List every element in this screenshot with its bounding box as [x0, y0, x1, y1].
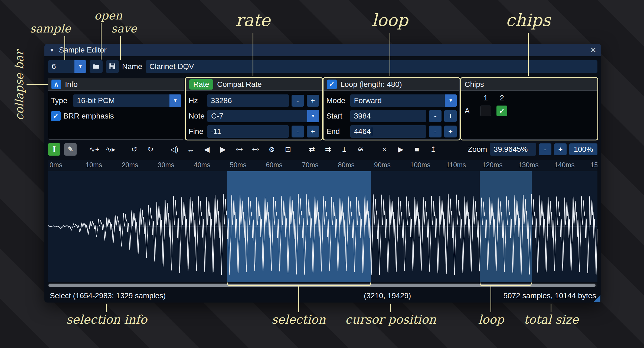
name-input[interactable]: Clarinet DQV: [146, 60, 597, 73]
chip-checkbox-checked[interactable]: ✓: [496, 106, 507, 116]
delete-button[interactable]: ⊗: [266, 143, 278, 156]
draw-mode-button[interactable]: ✎: [64, 143, 77, 156]
header-row: 6 ▼ Name Clarinet DQV: [48, 60, 597, 73]
ruler-tick: 140ms: [554, 161, 575, 169]
waveform-display[interactable]: [48, 171, 597, 282]
hz-plus-button[interactable]: +: [307, 95, 319, 107]
zoom-out-button[interactable]: -: [539, 143, 551, 155]
ruler-tick: 70ms: [302, 161, 318, 169]
ruler-tick: 50ms: [230, 161, 246, 169]
loop-end-input[interactable]: 4464: [350, 125, 427, 138]
chip-checkbox-unchecked[interactable]: [480, 106, 491, 116]
annotation-chips: chips: [506, 11, 551, 29]
resize-button[interactable]: ∿+: [88, 143, 100, 156]
chip-column-header: 1: [480, 94, 491, 102]
window-collapse-icon[interactable]: ▼: [49, 47, 55, 53]
hz-label: Hz: [189, 96, 204, 105]
select-mode-button[interactable]: I: [48, 143, 60, 156]
fine-minus-button[interactable]: -: [292, 126, 304, 137]
chips-panel-title: Chips: [465, 80, 484, 89]
loop-end-plus-button[interactable]: +: [444, 126, 457, 137]
annotation-line-cursor: [390, 304, 391, 312]
save-button[interactable]: [106, 60, 119, 73]
collapse-panel-button[interactable]: ∧: [51, 80, 61, 89]
fine-plus-button[interactable]: +: [307, 126, 319, 137]
waveform-scrollbar[interactable]: [48, 283, 597, 287]
sign-button[interactable]: ±: [338, 143, 351, 156]
loop-end-minus-button[interactable]: -: [429, 126, 442, 137]
text-caret: [372, 127, 372, 136]
note-dropdown[interactable]: C-7 ▼: [207, 110, 319, 122]
chip-column-header: 2: [496, 94, 507, 102]
chips-grid: 12 A✓: [461, 91, 597, 139]
title-bar: ▼ Sample Editor ×: [44, 44, 601, 56]
resample-button[interactable]: ∿▸: [104, 143, 117, 156]
hz-input[interactable]: 33286: [207, 94, 289, 107]
mode-label: Mode: [326, 96, 348, 105]
upload-button[interactable]: ↥: [427, 143, 439, 156]
rate-button[interactable]: Rate: [189, 79, 213, 90]
loop-panel-header: ✓ Loop (length: 480): [324, 78, 460, 91]
sample-editor-window: ▼ Sample Editor × 6 ▼ Name Clarinet DQV: [44, 44, 601, 303]
hz-minus-button[interactable]: -: [292, 95, 304, 107]
insert-silence-button[interactable]: ⊶: [233, 143, 246, 156]
loop-end-label: End: [326, 127, 348, 136]
redo-button[interactable]: ↻: [144, 143, 157, 156]
chevron-down-icon: ▼: [169, 94, 181, 107]
normalize-button[interactable]: ↔: [184, 143, 197, 156]
stop-preview-button[interactable]: ■: [411, 143, 423, 156]
chevron-down-icon[interactable]: ▼: [74, 60, 86, 73]
brr-emphasis-checkbox[interactable]: ✓: [51, 111, 61, 121]
hz-value: 33286: [211, 96, 232, 105]
fade-out-button[interactable]: ▶: [217, 143, 229, 156]
preview-button[interactable]: ▶: [394, 143, 407, 156]
loop-start-plus-button[interactable]: +: [444, 110, 457, 122]
crossfade-button[interactable]: ×: [378, 143, 391, 156]
open-button[interactable]: [90, 60, 103, 73]
loop-panel: ✓ Loop (length: 480) Mode Forward ▼ Star…: [323, 78, 460, 140]
annotation-loop-bottom: loop: [478, 313, 504, 326]
reverse-button[interactable]: ⇄: [306, 143, 318, 156]
status-selection-info: Select (1654-2983: 1329 samples): [50, 291, 166, 300]
ruler-tick: 40ms: [194, 161, 210, 169]
fine-label: Fine: [189, 127, 204, 136]
zoom-value: 39.9645%: [493, 145, 528, 154]
zoom-in-button[interactable]: +: [554, 143, 567, 155]
fine-input[interactable]: -11: [207, 125, 289, 138]
zoom-reset-button[interactable]: 100%: [569, 143, 597, 155]
apply-silence-button[interactable]: ⊷: [249, 143, 262, 156]
loop-start-input[interactable]: 3984: [350, 110, 427, 122]
fine-value: -11: [211, 127, 221, 136]
rate-panel: Rate Compat Rate Hz 33286 - + Note: [186, 78, 322, 140]
ruler-tick: 0ms: [50, 161, 62, 169]
info-panel-header: ∧ Info: [48, 78, 184, 91]
undo-button[interactable]: ↺: [128, 143, 140, 156]
invert-button[interactable]: ⇉: [322, 143, 334, 156]
annotation-selection: selection: [272, 313, 326, 326]
filter-button[interactable]: ≋: [354, 143, 367, 156]
resize-grip[interactable]: [593, 295, 600, 302]
trim-button[interactable]: ⊡: [282, 143, 294, 156]
close-icon[interactable]: ×: [590, 45, 596, 55]
loop-start-minus-button[interactable]: -: [429, 110, 442, 122]
type-dropdown[interactable]: 16-bit PCM ▼: [73, 94, 181, 107]
chips-panel: Chips 12 A✓: [461, 78, 597, 140]
loop-start-label: Start: [326, 112, 348, 120]
loop-checkbox[interactable]: ✓: [327, 80, 337, 89]
window-title: Sample Editor: [59, 46, 107, 54]
chevron-down-icon: ▼: [307, 110, 319, 122]
status-bar: Select (1654-2983: 1329 samples) (3210, …: [44, 288, 601, 303]
rate-panel-title: Compat Rate: [217, 80, 262, 89]
folder-icon: [92, 62, 100, 71]
sample-selector[interactable]: 6 ▼: [48, 60, 86, 73]
annotation-collapse-bar: collapse bar: [14, 50, 25, 120]
fade-in-button[interactable]: ◀: [201, 143, 213, 156]
info-panel: ∧ Info Type 16-bit PCM ▼ ✓: [48, 78, 184, 140]
annotation-cursor-position: cursor position: [345, 313, 436, 326]
zoom-input[interactable]: 39.9645%: [490, 143, 536, 156]
amplify-button[interactable]: ◁): [168, 143, 181, 156]
ruler-tick: 30ms: [158, 161, 174, 169]
loop-mode-dropdown[interactable]: Forward ▼: [350, 94, 457, 107]
scrollbar-thumb[interactable]: [48, 284, 596, 287]
ruler-tick: 20ms: [122, 161, 138, 169]
